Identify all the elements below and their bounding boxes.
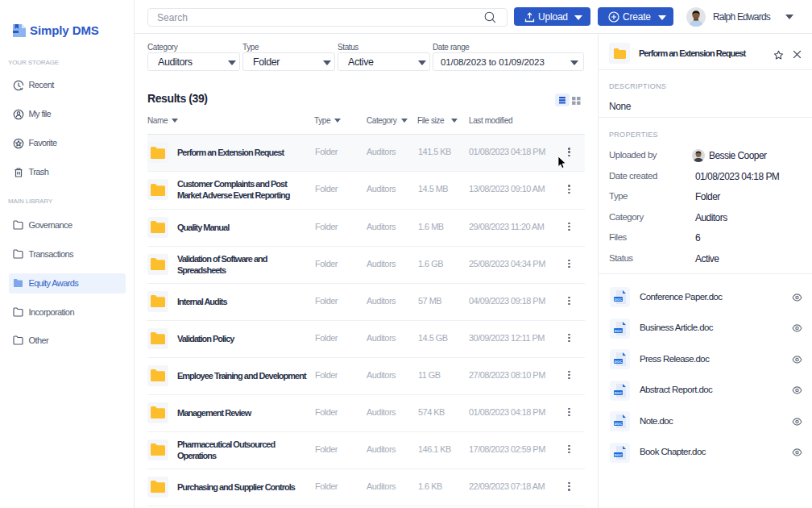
svg-text:DOC: DOC <box>615 453 622 457</box>
svg-text:DOC: DOC <box>615 298 622 302</box>
svg-text:DOC: DOC <box>615 422 622 426</box>
svg-text:DOC: DOC <box>615 328 622 332</box>
svg-text:DOC: DOC <box>615 360 622 364</box>
svg-text:DOC: DOC <box>615 390 622 394</box>
